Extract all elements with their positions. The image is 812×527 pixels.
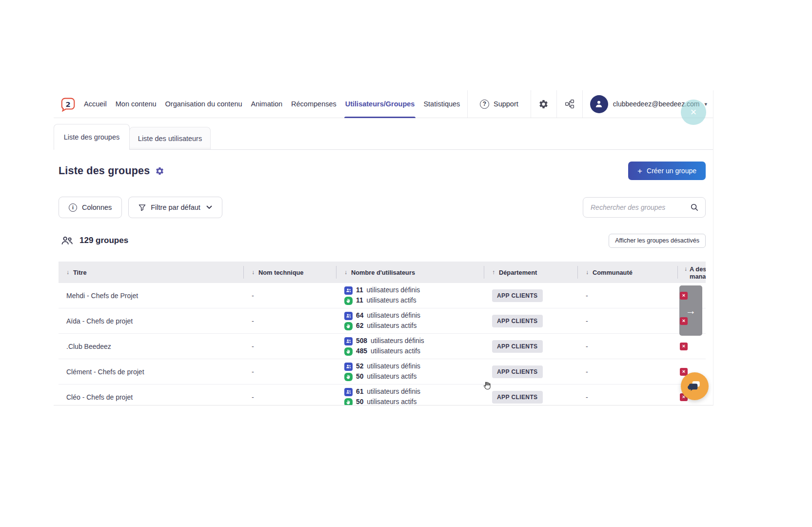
table-header: ↓ Titre ↓ Nom technique ↓ Nombre d'utili…: [59, 262, 706, 283]
svg-text:2: 2: [65, 100, 70, 108]
department-badge: APP CLIENTS: [492, 391, 543, 404]
department-badge: APP CLIENTS: [492, 315, 543, 327]
group-community: -: [578, 334, 678, 359]
users-active-label: utilisateurs actifs: [367, 323, 416, 329]
group-department-cell: APP CLIENTS: [484, 359, 578, 384]
top-navbar: 2 Accueil Mon contenu Organisation du co…: [54, 90, 713, 118]
default-filter-button[interactable]: Filtre par défaut: [128, 197, 222, 218]
tab-liste-des-groupes[interactable]: Liste des groupes: [54, 124, 130, 150]
close-button[interactable]: ×: [681, 100, 706, 125]
search-groups-box: [583, 197, 706, 218]
groups-icon: [60, 235, 74, 247]
users-active-label: utilisateurs actifs: [371, 348, 420, 355]
group-community: -: [578, 385, 678, 405]
table-row[interactable]: Clément - Chefs de projet - 52 utilisate…: [59, 359, 706, 385]
nav-item-recompenses[interactable]: Récompenses: [287, 90, 341, 118]
users-defined-label: utilisateurs définis: [371, 338, 424, 345]
header-label: Département: [499, 269, 537, 276]
tabs-bar: Liste des groupes Liste des utilisateurs: [54, 118, 713, 150]
users-active-icon: [344, 297, 353, 305]
users-defined-icon: [344, 312, 353, 320]
settings-gear-button[interactable]: [531, 90, 556, 118]
department-badge: APP CLIENTS: [492, 289, 543, 302]
controls-row: i Colonnes Filtre par défaut: [59, 197, 706, 218]
users-active-label: utilisateurs actifs: [367, 399, 416, 405]
users-active-count: 50: [356, 373, 363, 380]
nav-item-animation[interactable]: Animation: [247, 90, 287, 118]
users-active-count: 11: [356, 297, 363, 304]
support-button[interactable]: ? Support: [467, 90, 531, 118]
header-a-des-managers[interactable]: ↓ A des manag: [678, 262, 706, 283]
users-active-count: 485: [356, 348, 367, 355]
users-defined-count: 11: [356, 287, 363, 294]
group-tech-name: -: [244, 308, 337, 333]
sort-icon: ↓: [66, 269, 69, 276]
create-group-button[interactable]: + Créer un groupe: [628, 162, 706, 180]
question-icon: ?: [480, 100, 489, 109]
group-tech-name: -: [244, 334, 337, 359]
filter-label: Filtre par défaut: [151, 203, 200, 211]
page-title: Liste des groupes: [59, 165, 150, 177]
filter-icon: [139, 204, 146, 211]
users-defined-line: 64 utilisateurs définis: [344, 312, 420, 320]
plus-icon: +: [637, 167, 642, 175]
table-row[interactable]: Aïda - Chefs de projet - 64 utilisateurs…: [59, 308, 706, 334]
groups-table: ↓ Titre ↓ Nom technique ↓ Nombre d'utili…: [59, 262, 706, 405]
header-nom-technique[interactable]: ↓ Nom technique: [244, 262, 337, 283]
no-managers-badge[interactable]: ×: [680, 292, 688, 300]
department-badge: APP CLIENTS: [492, 365, 543, 378]
users-active-icon: [344, 373, 353, 381]
group-tech-name: -: [244, 385, 337, 405]
page-content: Liste des groupes + Créer un groupe i Co…: [54, 163, 713, 405]
sort-icon: ↓: [344, 269, 347, 276]
beedeez-logo-icon[interactable]: 2: [60, 97, 76, 112]
users-defined-line: 11 utilisateurs définis: [344, 286, 420, 295]
group-department-cell: APP CLIENTS: [484, 385, 578, 405]
users-defined-line: 508 utilisateurs définis: [344, 337, 424, 345]
group-tech-name: -: [244, 359, 337, 384]
nav-item-accueil[interactable]: Accueil: [79, 90, 111, 118]
group-department-cell: APP CLIENTS: [484, 334, 578, 359]
title-row: Liste des groupes + Créer un groupe: [59, 163, 706, 179]
header-communaute[interactable]: ↓ Communauté: [578, 262, 678, 283]
person-icon: [594, 99, 604, 109]
header-nombre-utilisateurs[interactable]: ↓ Nombre d'utilisateurs: [337, 262, 484, 283]
nav-item-organisation-du-contenu[interactable]: Organisation du contenu: [161, 90, 247, 118]
no-managers-badge[interactable]: ×: [680, 343, 688, 350]
tab-liste-des-utilisateurs[interactable]: Liste des utilisateurs: [129, 127, 211, 149]
show-disabled-groups-button[interactable]: Afficher les groupes désactivés: [609, 234, 706, 248]
org-chart-button[interactable]: [556, 90, 582, 118]
header-label: Nombre d'utilisateurs: [351, 269, 415, 276]
nav-item-mon-contenu[interactable]: Mon contenu: [111, 90, 161, 118]
chat-widget-button[interactable]: [681, 372, 709, 400]
group-users-cell: 64 utilisateurs définis 62 utilisateurs …: [337, 308, 484, 333]
sort-icon: ↓: [252, 269, 255, 276]
users-active-count: 62: [356, 323, 363, 329]
page-settings-gear-icon[interactable]: [155, 166, 164, 176]
users-defined-icon: [344, 286, 353, 295]
search-icon[interactable]: [690, 203, 699, 212]
nav-item-utilisateurs-groupes[interactable]: Utilisateurs/Groupes: [341, 90, 419, 118]
department-badge: APP CLIENTS: [492, 340, 543, 353]
groups-count: 129 groupes: [79, 236, 128, 245]
header-titre[interactable]: ↓ Titre: [59, 262, 244, 283]
navbar-right: ? Support: [467, 90, 713, 118]
users-active-label: utilisateurs actifs: [367, 373, 416, 380]
users-active-line: 62 utilisateurs actifs: [344, 322, 420, 330]
search-input[interactable]: [590, 203, 690, 212]
users-defined-label: utilisateurs définis: [367, 312, 420, 319]
group-tech-name: -: [244, 283, 337, 308]
header-label: Communauté: [593, 269, 633, 276]
table-row[interactable]: Cléo - Chefs de projet - 61 utilisateurs…: [59, 385, 706, 405]
users-defined-count: 64: [356, 312, 363, 319]
no-managers-badge[interactable]: ×: [680, 317, 688, 325]
table-row[interactable]: .Club Beedeez - 508 utilisateurs définis…: [59, 334, 706, 359]
app-window: 2 Accueil Mon contenu Organisation du co…: [54, 90, 713, 405]
nav-item-statistiques[interactable]: Statistiques: [419, 90, 464, 118]
users-defined-line: 52 utilisateurs définis: [344, 363, 420, 371]
table-row[interactable]: Mehdi - Chefs de Projet - 11 utilisateur…: [59, 283, 706, 308]
header-departement[interactable]: ↑ Département: [484, 262, 578, 283]
columns-button[interactable]: i Colonnes: [59, 197, 122, 218]
users-active-icon: [344, 347, 353, 356]
group-users-cell: 52 utilisateurs définis 50 utilisateurs …: [337, 359, 484, 384]
